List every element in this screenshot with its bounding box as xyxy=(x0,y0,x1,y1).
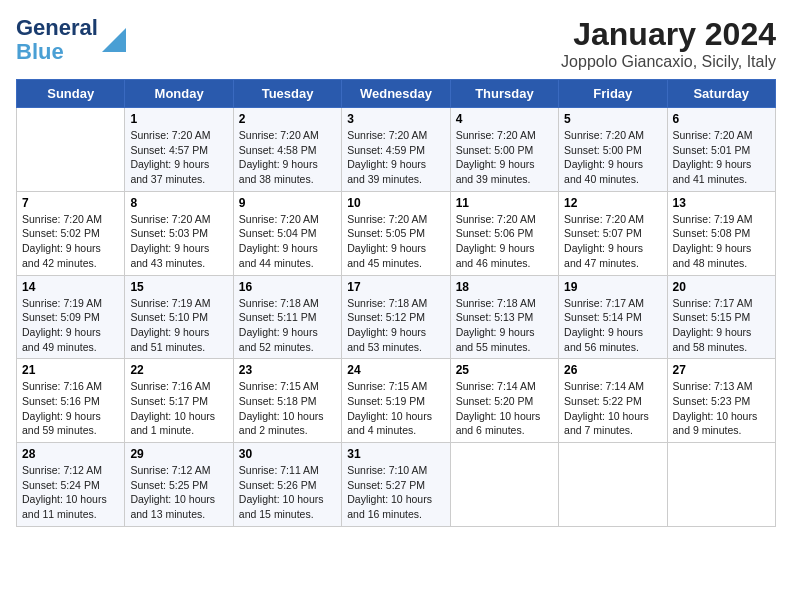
calendar-cell: 1Sunrise: 7:20 AMSunset: 4:57 PMDaylight… xyxy=(125,108,233,192)
cell-info: Sunrise: 7:12 AMSunset: 5:25 PMDaylight:… xyxy=(130,464,215,520)
cell-info: Sunrise: 7:10 AMSunset: 5:27 PMDaylight:… xyxy=(347,464,432,520)
day-number: 17 xyxy=(347,280,444,294)
cell-info: Sunrise: 7:15 AMSunset: 5:18 PMDaylight:… xyxy=(239,380,324,436)
day-number: 28 xyxy=(22,447,119,461)
day-number: 26 xyxy=(564,363,661,377)
cell-info: Sunrise: 7:20 AMSunset: 5:00 PMDaylight:… xyxy=(564,129,644,185)
calendar-cell: 20Sunrise: 7:17 AMSunset: 5:15 PMDayligh… xyxy=(667,275,775,359)
calendar-cell: 30Sunrise: 7:11 AMSunset: 5:26 PMDayligh… xyxy=(233,443,341,527)
page-subtitle: Joppolo Giancaxio, Sicily, Italy xyxy=(561,53,776,71)
day-number: 12 xyxy=(564,196,661,210)
cell-info: Sunrise: 7:20 AMSunset: 5:04 PMDaylight:… xyxy=(239,213,319,269)
calendar-cell xyxy=(559,443,667,527)
day-number: 1 xyxy=(130,112,227,126)
calendar-cell: 27Sunrise: 7:13 AMSunset: 5:23 PMDayligh… xyxy=(667,359,775,443)
col-header-tuesday: Tuesday xyxy=(233,80,341,108)
day-number: 22 xyxy=(130,363,227,377)
calendar-cell: 6Sunrise: 7:20 AMSunset: 5:01 PMDaylight… xyxy=(667,108,775,192)
day-number: 19 xyxy=(564,280,661,294)
title-block: January 2024 Joppolo Giancaxio, Sicily, … xyxy=(561,16,776,71)
calendar-cell: 15Sunrise: 7:19 AMSunset: 5:10 PMDayligh… xyxy=(125,275,233,359)
day-number: 25 xyxy=(456,363,553,377)
cell-info: Sunrise: 7:12 AMSunset: 5:24 PMDaylight:… xyxy=(22,464,107,520)
day-number: 7 xyxy=(22,196,119,210)
calendar-cell: 4Sunrise: 7:20 AMSunset: 5:00 PMDaylight… xyxy=(450,108,558,192)
calendar-cell: 9Sunrise: 7:20 AMSunset: 5:04 PMDaylight… xyxy=(233,191,341,275)
cell-info: Sunrise: 7:20 AMSunset: 5:00 PMDaylight:… xyxy=(456,129,536,185)
calendar-cell xyxy=(667,443,775,527)
cell-info: Sunrise: 7:20 AMSunset: 4:58 PMDaylight:… xyxy=(239,129,319,185)
calendar-cell xyxy=(17,108,125,192)
day-number: 5 xyxy=(564,112,661,126)
day-number: 9 xyxy=(239,196,336,210)
day-number: 10 xyxy=(347,196,444,210)
logo: GeneralBlue xyxy=(16,16,126,64)
calendar-cell: 31Sunrise: 7:10 AMSunset: 5:27 PMDayligh… xyxy=(342,443,450,527)
cell-info: Sunrise: 7:20 AMSunset: 4:57 PMDaylight:… xyxy=(130,129,210,185)
cell-info: Sunrise: 7:20 AMSunset: 5:03 PMDaylight:… xyxy=(130,213,210,269)
cell-info: Sunrise: 7:20 AMSunset: 5:02 PMDaylight:… xyxy=(22,213,102,269)
calendar-cell: 5Sunrise: 7:20 AMSunset: 5:00 PMDaylight… xyxy=(559,108,667,192)
col-header-wednesday: Wednesday xyxy=(342,80,450,108)
calendar-cell: 26Sunrise: 7:14 AMSunset: 5:22 PMDayligh… xyxy=(559,359,667,443)
calendar-cell: 16Sunrise: 7:18 AMSunset: 5:11 PMDayligh… xyxy=(233,275,341,359)
cell-info: Sunrise: 7:19 AMSunset: 5:10 PMDaylight:… xyxy=(130,297,210,353)
day-number: 13 xyxy=(673,196,770,210)
calendar-cell: 2Sunrise: 7:20 AMSunset: 4:58 PMDaylight… xyxy=(233,108,341,192)
day-number: 20 xyxy=(673,280,770,294)
day-number: 23 xyxy=(239,363,336,377)
cell-info: Sunrise: 7:20 AMSunset: 5:06 PMDaylight:… xyxy=(456,213,536,269)
day-number: 21 xyxy=(22,363,119,377)
calendar-cell: 18Sunrise: 7:18 AMSunset: 5:13 PMDayligh… xyxy=(450,275,558,359)
day-number: 18 xyxy=(456,280,553,294)
col-header-friday: Friday xyxy=(559,80,667,108)
calendar-cell: 13Sunrise: 7:19 AMSunset: 5:08 PMDayligh… xyxy=(667,191,775,275)
calendar-cell: 19Sunrise: 7:17 AMSunset: 5:14 PMDayligh… xyxy=(559,275,667,359)
cell-info: Sunrise: 7:17 AMSunset: 5:14 PMDaylight:… xyxy=(564,297,644,353)
calendar-cell: 11Sunrise: 7:20 AMSunset: 5:06 PMDayligh… xyxy=(450,191,558,275)
calendar-cell: 25Sunrise: 7:14 AMSunset: 5:20 PMDayligh… xyxy=(450,359,558,443)
col-header-sunday: Sunday xyxy=(17,80,125,108)
cell-info: Sunrise: 7:14 AMSunset: 5:20 PMDaylight:… xyxy=(456,380,541,436)
col-header-thursday: Thursday xyxy=(450,80,558,108)
cell-info: Sunrise: 7:17 AMSunset: 5:15 PMDaylight:… xyxy=(673,297,753,353)
cell-info: Sunrise: 7:19 AMSunset: 5:08 PMDaylight:… xyxy=(673,213,753,269)
day-number: 3 xyxy=(347,112,444,126)
calendar-cell: 29Sunrise: 7:12 AMSunset: 5:25 PMDayligh… xyxy=(125,443,233,527)
cell-info: Sunrise: 7:19 AMSunset: 5:09 PMDaylight:… xyxy=(22,297,102,353)
calendar-cell: 12Sunrise: 7:20 AMSunset: 5:07 PMDayligh… xyxy=(559,191,667,275)
logo-text: GeneralBlue xyxy=(16,16,98,64)
day-number: 11 xyxy=(456,196,553,210)
cell-info: Sunrise: 7:16 AMSunset: 5:16 PMDaylight:… xyxy=(22,380,102,436)
calendar-cell: 21Sunrise: 7:16 AMSunset: 5:16 PMDayligh… xyxy=(17,359,125,443)
calendar-cell xyxy=(450,443,558,527)
day-number: 8 xyxy=(130,196,227,210)
day-number: 15 xyxy=(130,280,227,294)
day-number: 29 xyxy=(130,447,227,461)
calendar-cell: 17Sunrise: 7:18 AMSunset: 5:12 PMDayligh… xyxy=(342,275,450,359)
logo-arrow-icon xyxy=(102,28,126,52)
calendar-cell: 14Sunrise: 7:19 AMSunset: 5:09 PMDayligh… xyxy=(17,275,125,359)
day-number: 31 xyxy=(347,447,444,461)
calendar-cell: 8Sunrise: 7:20 AMSunset: 5:03 PMDaylight… xyxy=(125,191,233,275)
calendar-cell: 23Sunrise: 7:15 AMSunset: 5:18 PMDayligh… xyxy=(233,359,341,443)
calendar-cell: 22Sunrise: 7:16 AMSunset: 5:17 PMDayligh… xyxy=(125,359,233,443)
calendar-cell: 7Sunrise: 7:20 AMSunset: 5:02 PMDaylight… xyxy=(17,191,125,275)
day-number: 4 xyxy=(456,112,553,126)
page-title: January 2024 xyxy=(561,16,776,53)
col-header-monday: Monday xyxy=(125,80,233,108)
cell-info: Sunrise: 7:20 AMSunset: 5:07 PMDaylight:… xyxy=(564,213,644,269)
calendar-cell: 28Sunrise: 7:12 AMSunset: 5:24 PMDayligh… xyxy=(17,443,125,527)
page-header: GeneralBlue January 2024 Joppolo Giancax… xyxy=(16,16,776,71)
cell-info: Sunrise: 7:15 AMSunset: 5:19 PMDaylight:… xyxy=(347,380,432,436)
cell-info: Sunrise: 7:18 AMSunset: 5:11 PMDaylight:… xyxy=(239,297,319,353)
calendar-cell: 10Sunrise: 7:20 AMSunset: 5:05 PMDayligh… xyxy=(342,191,450,275)
day-number: 2 xyxy=(239,112,336,126)
cell-info: Sunrise: 7:16 AMSunset: 5:17 PMDaylight:… xyxy=(130,380,215,436)
calendar-table: SundayMondayTuesdayWednesdayThursdayFrid… xyxy=(16,79,776,527)
cell-info: Sunrise: 7:20 AMSunset: 5:05 PMDaylight:… xyxy=(347,213,427,269)
cell-info: Sunrise: 7:18 AMSunset: 5:13 PMDaylight:… xyxy=(456,297,536,353)
day-number: 14 xyxy=(22,280,119,294)
cell-info: Sunrise: 7:20 AMSunset: 5:01 PMDaylight:… xyxy=(673,129,753,185)
svg-marker-0 xyxy=(102,28,126,52)
